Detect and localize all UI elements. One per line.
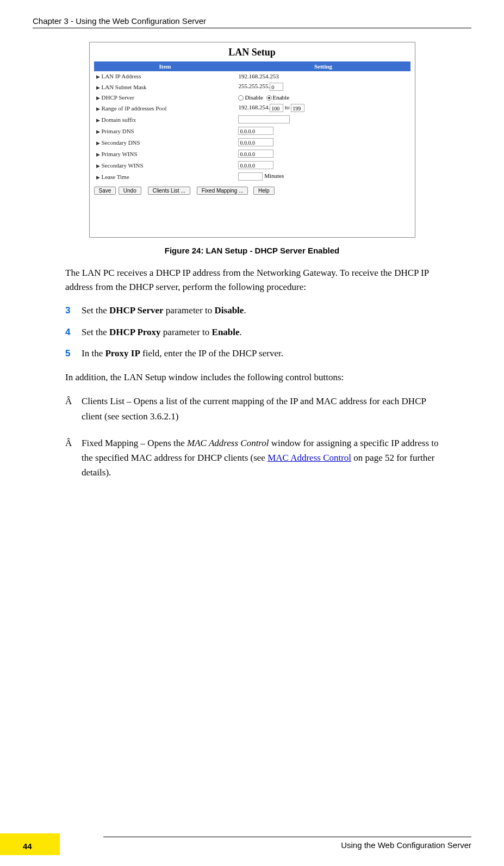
- col-item: Item: [94, 61, 237, 71]
- bullet-text: Clients List – Opens a list of the curre…: [82, 394, 439, 423]
- table-row: Lease Time Minutes: [94, 171, 410, 182]
- t: Proxy IP: [105, 348, 140, 358]
- bullet-list: Â Clients List – Opens a list of the cur…: [65, 394, 439, 480]
- t: .: [240, 327, 242, 337]
- page-footer: Using the Web Configuration Server: [0, 837, 504, 850]
- table-row: Secondary WINS 0.0.0.0: [94, 159, 410, 171]
- lease-input[interactable]: [238, 172, 263, 181]
- figure-screenshot: LAN Setup Item Setting LAN IP Address 19…: [89, 42, 415, 238]
- table-row: LAN Subnet Mask 255.255.255.0: [94, 81, 410, 92]
- dhcp-label: DHCP Server: [94, 92, 237, 102]
- pdns-input[interactable]: 0.0.0.0: [238, 127, 273, 135]
- bullet-symbol: Â: [65, 394, 82, 423]
- lan-ip-label: LAN IP Address: [94, 71, 237, 81]
- save-button[interactable]: Save: [94, 187, 116, 195]
- t: Disable: [215, 305, 244, 316]
- t: .: [244, 305, 246, 316]
- t: DHCP Server: [109, 305, 164, 316]
- range-start-input[interactable]: 100: [270, 104, 283, 112]
- domain-label: Domain suffix: [94, 114, 237, 125]
- t: MAC Address Control: [187, 438, 269, 448]
- step-3: 3 Set the DHCP Server parameter to Disab…: [65, 304, 439, 318]
- clients-list-button[interactable]: Clients List ...: [148, 187, 190, 195]
- t: Enable: [212, 327, 240, 337]
- pwins-input[interactable]: 0.0.0.0: [238, 150, 273, 158]
- lease-unit: Minutes: [264, 173, 284, 180]
- t: Set the: [82, 305, 109, 316]
- t: DHCP Proxy: [109, 327, 161, 337]
- undo-button[interactable]: Undo: [119, 187, 141, 195]
- dhcp-disable-text: Disable: [245, 94, 263, 101]
- bullet-clients-list: Â Clients List – Opens a list of the cur…: [65, 394, 439, 423]
- addition-paragraph: In addition, the LAN Setup window includ…: [65, 370, 439, 385]
- range-to: to: [285, 104, 290, 111]
- t: parameter to: [164, 305, 215, 316]
- t: In the: [82, 348, 105, 358]
- bullet-fixed-mapping: Â Fixed Mapping – Opens the MAC Address …: [65, 436, 439, 480]
- step-list: 3 Set the DHCP Server parameter to Disab…: [65, 304, 439, 361]
- figure-caption: Figure 24: LAN Setup - DHCP Server Enabl…: [33, 246, 471, 255]
- t: Fixed Mapping – Opens the: [82, 438, 187, 448]
- page-number: 44: [23, 842, 32, 851]
- swins-label: Secondary WINS: [94, 159, 237, 171]
- pwins-label: Primary WINS: [94, 148, 237, 159]
- step-num: 4: [65, 325, 82, 339]
- fixed-mapping-button[interactable]: Fixed Mapping ...: [197, 187, 248, 195]
- help-button[interactable]: Help: [253, 187, 275, 195]
- pdns-label: Primary DNS: [94, 125, 237, 137]
- step-num: 5: [65, 347, 82, 361]
- lan-mask-label: LAN Subnet Mask: [94, 81, 237, 92]
- dhcp-disable-radio[interactable]: [238, 95, 244, 101]
- t: parameter to: [161, 327, 212, 337]
- step-num: 3: [65, 304, 82, 318]
- sdns-input[interactable]: 0.0.0.0: [238, 138, 273, 146]
- footer-text: Using the Web Configuration Server: [103, 837, 471, 850]
- mask-prefix: 255.255.255.: [238, 83, 270, 89]
- col-setting: Setting: [236, 61, 410, 71]
- table-row: Secondary DNS 0.0.0.0: [94, 137, 410, 148]
- chapter-header: Chapter 3 - Using the Web Configuration …: [33, 16, 471, 28]
- lan-title: LAN Setup: [94, 47, 410, 58]
- sdns-label: Secondary DNS: [94, 137, 237, 148]
- table-row: LAN IP Address 192.168.254.253: [94, 71, 410, 81]
- bullet-symbol: Â: [65, 436, 82, 480]
- table-row: Primary DNS 0.0.0.0: [94, 125, 410, 137]
- range-end-input[interactable]: 199: [291, 104, 304, 112]
- table-row: DHCP Server Disable Enable: [94, 92, 410, 102]
- mask-input[interactable]: 0: [270, 83, 283, 91]
- domain-input[interactable]: [238, 115, 290, 123]
- step-5: 5 In the Proxy IP field, enter the IP of…: [65, 347, 439, 361]
- table-row: Domain suffix: [94, 114, 410, 125]
- dhcp-enable-radio[interactable]: [266, 95, 272, 101]
- t: field, enter the IP of the DHCP server.: [140, 348, 283, 358]
- mac-address-control-link[interactable]: MAC Address Control: [267, 453, 351, 463]
- lease-label: Lease Time: [94, 171, 237, 182]
- range-prefix: 192.168.254.: [238, 104, 270, 111]
- range-label: Range of IP addresses Pool: [94, 102, 237, 114]
- table-row: Range of IP addresses Pool 192.168.254.1…: [94, 102, 410, 114]
- dhcp-enable-text: Enable: [273, 94, 290, 101]
- table-row: Primary WINS 0.0.0.0: [94, 148, 410, 159]
- lan-setup-table: Item Setting LAN IP Address 192.168.254.…: [94, 61, 410, 182]
- intro-paragraph: The LAN PC receives a DHCP IP address fr…: [65, 266, 439, 294]
- button-row: Save Undo Clients List ... Fixed Mapping…: [94, 187, 410, 195]
- t: Set the: [82, 327, 109, 337]
- lan-ip-value: 192.168.254.253: [236, 71, 410, 81]
- swins-input[interactable]: 0.0.0.0: [238, 161, 273, 169]
- step-4: 4 Set the DHCP Proxy parameter to Enable…: [65, 325, 439, 339]
